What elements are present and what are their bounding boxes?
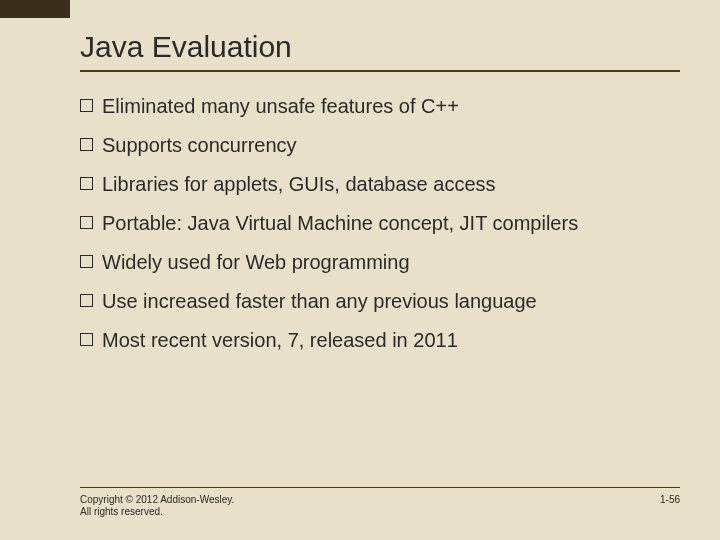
list-item: Libraries for applets, GUIs, database ac… [80,172,680,197]
corner-accent [0,0,70,18]
page-number: 1-56 [660,494,680,505]
page-title: Java Evaluation [80,30,680,72]
bullet-list: Eliminated many unsafe features of C++ S… [80,94,680,353]
list-item: Supports concurrency [80,133,680,158]
slide: Java Evaluation Eliminated many unsafe f… [0,0,720,540]
footer-row: Copyright © 2012 Addison-Wesley. All rig… [80,494,680,518]
list-item: Most recent version, 7, released in 2011 [80,328,680,353]
footer: Copyright © 2012 Addison-Wesley. All rig… [80,487,680,518]
copyright-text: Copyright © 2012 Addison-Wesley. All rig… [80,494,240,518]
list-item: Eliminated many unsafe features of C++ [80,94,680,119]
list-item: Use increased faster than any previous l… [80,289,680,314]
list-item: Portable: Java Virtual Machine concept, … [80,211,680,236]
list-item: Widely used for Web programming [80,250,680,275]
footer-rule [80,487,680,488]
